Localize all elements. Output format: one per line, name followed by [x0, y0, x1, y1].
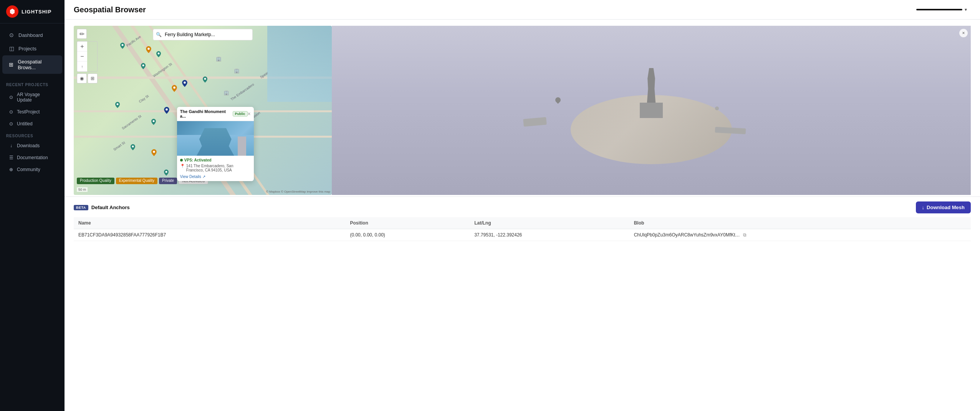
popup-img-building — [238, 136, 246, 156]
sidebar: LIGHTSHIP ⊙ Dashboard ◫ Projects ⊞ Geosp… — [0, 0, 65, 411]
layers-btn[interactable]: ⊞ — [88, 73, 98, 83]
sidebar-item-dashboard[interactable]: ⊙ Dashboard — [2, 28, 62, 42]
globe-btn[interactable]: ◉ — [77, 73, 87, 83]
popup-view-details-btn[interactable]: View Details ↗ — [180, 175, 251, 179]
beta-badge: BETA — [74, 205, 88, 210]
popup-close-btn[interactable]: × — [248, 111, 251, 117]
mapbox-attribution[interactable]: © Mapbox — [266, 190, 280, 193]
svg-point-1 — [121, 44, 123, 46]
sidebar-item-downloads[interactable]: ↓ Downloads — [2, 140, 62, 151]
map-controls: ✏ + − ↑ ◉ ⊞ — [77, 29, 98, 83]
sidebar-item-untitled[interactable]: ⊙ Untitled — [2, 118, 62, 130]
osm-attribution[interactable]: © OpenStreetMap — [281, 190, 306, 193]
sidebar-item-documentation[interactable]: ☰ Documentation — [2, 152, 62, 163]
logo-icon — [6, 5, 18, 18]
col-name: Name — [74, 217, 345, 229]
sidebar-item-test-project[interactable]: ⊙ TestProject — [2, 106, 62, 118]
popup-address-text: 141 The Embarcadero, San Francisco, CA 9… — [186, 164, 251, 172]
street-label-clay: Clay St — [138, 94, 150, 103]
map-pin-orange[interactable] — [151, 149, 157, 156]
project-icon-untitled: ⊙ — [8, 121, 14, 126]
bottom-title-row: BETA Default Anchors — [74, 205, 130, 210]
compass-btn[interactable]: ↑ — [77, 62, 87, 72]
cell-name: EB71CF3DA9A94932858FAA777926F1B7 — [74, 229, 345, 241]
sidebar-item-geospatial[interactable]: ⊞ Geospatial Brows... — [2, 55, 62, 74]
popup-vps-status: VPS: Activated — [180, 158, 251, 162]
map-area[interactable]: Pacific Ave Washington St Clay St Sacram… — [74, 26, 332, 195]
sidebar-item-label-geospatial: Geospatial Brows... — [18, 59, 56, 70]
copy-icon[interactable]: ⧉ — [743, 232, 747, 238]
zoom-in-btn[interactable]: + — [77, 42, 87, 52]
map-pin[interactable] — [203, 77, 207, 83]
viewer-3d[interactable]: × — [332, 26, 971, 195]
download-mesh-button[interactable]: ↓ Download Mesh — [916, 201, 971, 213]
search-icon: 🔍 — [156, 32, 162, 37]
building-pin[interactable]: 🏢 — [234, 68, 240, 73]
edit-btn[interactable]: ✏ — [77, 29, 87, 39]
sidebar-item-projects[interactable]: ◫ Projects — [2, 42, 62, 55]
svg-point-2 — [142, 64, 144, 66]
map-popup: The Gandhi Monument a... Public × VPS: — [177, 107, 254, 181]
external-link-icon: ↗ — [202, 175, 205, 179]
map-pin-orange[interactable] — [172, 85, 177, 92]
zoom-controls: + − ↑ — [77, 41, 98, 72]
viewer-close-btn[interactable]: × — [959, 29, 968, 37]
project-icon-test: ⊙ — [8, 109, 14, 115]
map-pin[interactable] — [156, 51, 161, 57]
page-title: Geospatial Browser — [74, 5, 146, 14]
table-body: EB71CF3DA9A94932858FAA777926F1B7 (0.00, … — [74, 229, 971, 241]
map-pin[interactable] — [115, 102, 120, 108]
map-scale: 50 m — [77, 187, 88, 192]
sidebar-item-ar-voyage-update[interactable]: ⊙ AR Voyage Update — [2, 89, 62, 106]
svg-point-0 — [158, 53, 160, 55]
sidebar-item-community[interactable]: ⊕ Community — [2, 164, 62, 175]
main-content: Geospatial Browser ▾ Pa — [65, 0, 980, 411]
geospatial-icon: ⊞ — [8, 62, 14, 68]
popup-address: 📍 141 The Embarcadero, San Francisco, CA… — [180, 164, 251, 172]
svg-point-13 — [174, 87, 176, 89]
recent-projects-label: Recent Projects — [0, 79, 65, 88]
improve-map-link[interactable]: Improve this map — [307, 190, 330, 193]
sidebar-item-label-dashboard: Dashboard — [18, 32, 43, 38]
map-search-input[interactable] — [153, 29, 253, 40]
legend-production[interactable]: Production Quality — [77, 178, 114, 184]
content-area: Pacific Ave Washington St Clay St Sacram… — [65, 20, 980, 411]
user-menu-bar — [916, 9, 962, 10]
dashboard-icon: ⊙ — [8, 32, 15, 38]
map-pin[interactable] — [141, 63, 146, 69]
col-latlng: Lat/Lng — [470, 217, 629, 229]
map-pin-blue[interactable] — [164, 107, 169, 114]
statue-pedestal — [640, 103, 663, 118]
table-row: EB71CF3DA9A94932858FAA777926F1B7 (0.00, … — [74, 229, 971, 241]
map-pin[interactable] — [164, 170, 169, 176]
building-pin[interactable]: 🏢 — [223, 90, 229, 95]
street-label-smart: Smart St — [113, 141, 126, 151]
cell-position: (0.00, 0.00, 0.00) — [345, 229, 470, 241]
legend-private[interactable]: Private — [159, 178, 177, 184]
legend-experimental[interactable]: Experimental Quality — [116, 178, 157, 184]
resource-label-downloads: Downloads — [17, 143, 40, 148]
map-pin[interactable] — [151, 119, 156, 125]
map-pin-blue[interactable] — [182, 80, 187, 87]
map-pin-orange[interactable] — [146, 46, 151, 53]
recent-project-label-ar-voyage: AR Voyage Update — [17, 92, 56, 103]
svg-point-7 — [132, 146, 134, 148]
resources-list: ↓ Downloads ☰ Documentation ⊕ Community — [0, 140, 65, 176]
location-icon: 📍 — [180, 164, 185, 168]
top-bar-right: ▾ — [912, 5, 971, 15]
cell-blob: ChUlqPb0pZu3m6OyARC8wYuhsZm9vxAY0MfKtPsw… — [629, 229, 971, 241]
zoom-out-btn[interactable]: − — [77, 52, 87, 62]
table-header: Name Position Lat/Lng Blob — [74, 217, 971, 229]
map-pin[interactable] — [120, 43, 125, 49]
popup-image — [177, 121, 254, 156]
map-pin[interactable] — [131, 144, 135, 150]
table-header-row: Name Position Lat/Lng Blob — [74, 217, 971, 229]
projects-icon: ◫ — [8, 45, 15, 52]
street-label-sacramento: Sacramento St — [121, 114, 142, 130]
map-attribution: © Mapbox © OpenStreetMap Improve this ma… — [266, 190, 330, 193]
popup-view-details-label: View Details — [180, 175, 201, 179]
svg-point-12 — [147, 48, 150, 50]
user-menu[interactable]: ▾ — [912, 5, 971, 15]
building-pin[interactable]: 🏢 — [216, 56, 222, 62]
resources-label: Resources — [0, 130, 65, 140]
